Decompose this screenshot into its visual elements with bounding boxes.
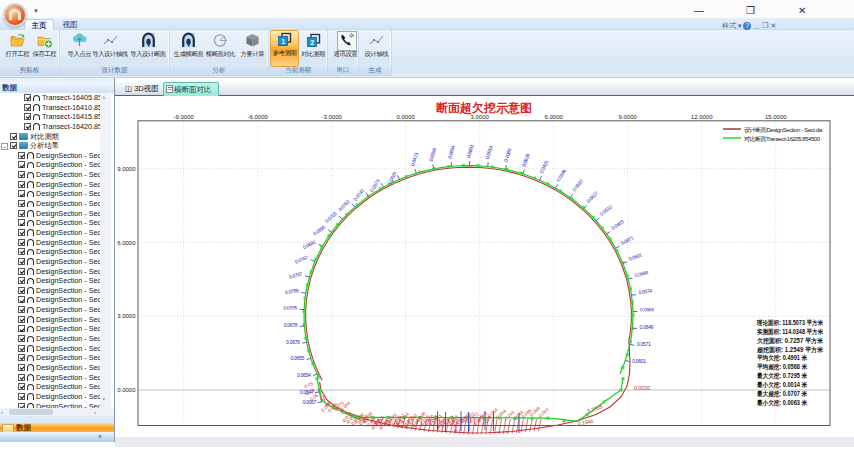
- svg-text:-9.0000: -9.0000: [174, 114, 195, 120]
- svg-text:设计断面DesignSection - Sect.da: 设计断面DesignSection - Sect.da: [744, 126, 823, 134]
- svg-text:最大欠挖: 0.7295 米: 最大欠挖: 0.7295 米: [756, 372, 807, 380]
- svg-text:0.0655: 0.0655: [291, 355, 305, 361]
- svg-text:0.0767: 0.0767: [294, 254, 309, 265]
- svg-text:0.0673: 0.0673: [369, 178, 381, 193]
- svg-text:0.0601: 0.0601: [632, 358, 646, 364]
- svg-text:对比断面Transect-16205.854500: 对比断面Transect-16205.854500: [744, 135, 821, 143]
- svg-text:6.0000: 6.0000: [117, 240, 136, 246]
- svg-text:0.0671: 0.0671: [620, 234, 635, 246]
- svg-text:0.0663: 0.0663: [640, 306, 654, 312]
- svg-text:最小欠挖: 0.0014 米: 最小欠挖: 0.0014 米: [756, 381, 807, 389]
- svg-text:平均超挖: 0.0568 米: 平均超挖: 0.0568 米: [757, 363, 808, 371]
- svg-text:3.0000: 3.0000: [117, 313, 136, 319]
- svg-text:-3.0000: -3.0000: [322, 114, 343, 120]
- svg-text:0.1946: 0.1946: [577, 418, 594, 426]
- svg-text:0.0695: 0.0695: [312, 224, 327, 237]
- svg-text:0.0698: 0.0698: [634, 269, 649, 278]
- svg-text:0.0787: 0.0787: [288, 270, 303, 279]
- svg-text:0.1089: 0.1089: [502, 147, 512, 162]
- svg-text:0.0473: 0.0473: [409, 152, 419, 167]
- svg-text:最小欠挖: 0.0063 米: 最小欠挖: 0.0063 米: [756, 399, 807, 407]
- svg-text:0.0425: 0.0425: [538, 159, 550, 174]
- svg-text:9.0000: 9.0000: [117, 166, 136, 172]
- svg-text:0.0030: 0.0030: [634, 385, 650, 391]
- svg-text:0.0919: 0.0919: [484, 145, 494, 160]
- svg-text:0.0627: 0.0627: [585, 190, 599, 204]
- svg-text:超挖面积: 1.2549 平方米: 超挖面积: 1.2549 平方米: [757, 346, 824, 354]
- svg-text:0.0601: 0.0601: [628, 251, 643, 261]
- svg-text:6.0000: 6.0000: [545, 114, 564, 120]
- svg-text:理论面积: 118.5073 平方米: 理论面积: 118.5073 平方米: [756, 319, 823, 327]
- svg-text:0.0766: 0.0766: [285, 287, 300, 295]
- svg-text:0.0694: 0.0694: [446, 144, 456, 159]
- svg-text:0.0000: 0.0000: [397, 114, 416, 120]
- svg-text:9.0000: 9.0000: [619, 114, 638, 120]
- svg-text:0.0463: 0.0463: [610, 218, 625, 231]
- svg-text:0.0616: 0.0616: [520, 152, 530, 167]
- svg-text:0.0571: 0.0571: [637, 341, 651, 347]
- svg-text:0.0782: 0.0782: [337, 198, 351, 212]
- svg-text:15.0000: 15.0000: [765, 114, 787, 120]
- svg-text:0.0678: 0.0678: [284, 322, 298, 328]
- svg-text:0.0846: 0.0846: [555, 167, 568, 182]
- svg-text:-6.0000: -6.0000: [248, 114, 269, 120]
- svg-text:0.0705: 0.0705: [283, 304, 297, 310]
- svg-text:0.0679: 0.0679: [286, 339, 300, 345]
- svg-text:实测面积: 114.0348 平方米: 实测面积: 114.0348 平方米: [757, 328, 824, 336]
- svg-text:0.0649: 0.0649: [640, 324, 654, 330]
- svg-text:0.0891: 0.0891: [465, 143, 475, 158]
- svg-text:平均欠挖: 0.4991 米: 平均欠挖: 0.4991 米: [757, 354, 808, 362]
- svg-text:0.0574: 0.0574: [638, 287, 653, 295]
- svg-text:0.0691: 0.0691: [302, 238, 317, 250]
- svg-text:12.0000: 12.0000: [691, 114, 713, 120]
- svg-text:0.0599: 0.0599: [427, 147, 437, 162]
- svg-text:断面超欠挖示意图: 断面超欠挖示意图: [436, 101, 532, 115]
- svg-text:欠挖面积: 0.7257 平方米: 欠挖面积: 0.7257 平方米: [756, 337, 824, 345]
- svg-text:0.0610: 0.0610: [571, 178, 584, 193]
- svg-text:0.0510: 0.0510: [598, 203, 613, 216]
- svg-text:0.0654: 0.0654: [297, 372, 311, 378]
- svg-text:0.0000: 0.0000: [117, 387, 136, 393]
- svg-text:最大超挖: 0.0707 米: 最大超挖: 0.0707 米: [756, 390, 807, 398]
- svg-text:0.0705: 0.0705: [323, 210, 338, 224]
